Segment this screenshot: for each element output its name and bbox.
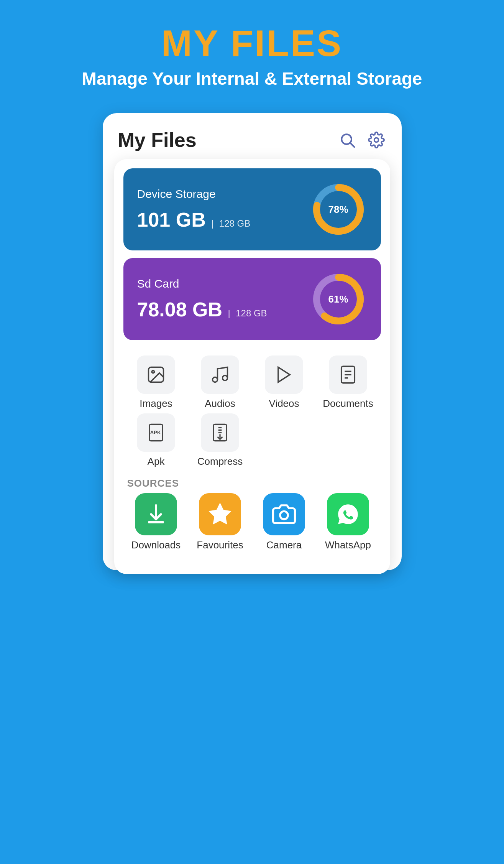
sdcard-storage-card[interactable]: Sd Card 78.08 GB | 128 GB 61% [123,258,381,340]
camera-icon [272,502,296,526]
svg-point-23 [280,512,288,520]
audios-icon-box [201,355,239,394]
images-label: Images [140,398,172,410]
device-storage-percent: 78% [328,204,348,216]
camera-label: Camera [266,539,302,551]
apk-icon: APK [146,423,166,443]
page-header: MY FILES Manage Your Internal & External… [74,0,430,102]
whatsapp-label: WhatsApp [325,539,371,551]
sdcard-storage-info: Sd Card 78.08 GB | 128 GB [137,277,267,321]
category-apk[interactable]: APK Apk [127,413,185,467]
whatsapp-icon-box [327,493,369,535]
sdcard-storage-separator: | [228,308,230,318]
favourites-label: Favourites [197,539,243,551]
search-button[interactable] [337,130,357,150]
category-compress[interactable]: Compress [191,413,249,467]
svg-point-10 [223,376,228,381]
categories-grid-2: APK Apk Compress [123,413,381,471]
documents-label: Documents [323,398,373,410]
main-title: MY FILES [82,23,422,64]
sdcard-storage-used: 78.08 GB [137,298,223,321]
sources-grid: Downloads Favourites Ca [123,493,381,563]
images-icon-box [137,355,175,394]
app-card-header: My Files [114,125,390,159]
sdcard-storage-percent: 61% [328,293,348,305]
device-storage-size: 101 GB | 128 GB [137,208,251,231]
sources-section-label: SOURCES [123,471,381,493]
videos-label: Videos [269,398,299,410]
device-storage-used: 101 GB [137,209,206,231]
compress-icon-box [201,413,239,452]
category-audios[interactable]: Audios [191,355,249,410]
favourites-icon [208,502,232,526]
category-images[interactable]: Images [127,355,185,410]
apk-icon-box: APK [137,413,175,452]
category-documents[interactable]: Documents [319,355,377,410]
source-whatsapp[interactable]: WhatsApp [319,493,377,551]
app-title: My Files [118,128,197,151]
images-icon [146,365,166,385]
svg-point-9 [213,377,218,382]
sdcard-storage-label: Sd Card [137,277,267,290]
main-subtitle: Manage Your Internal & External Storage [82,67,422,91]
favourites-icon-box [199,493,241,535]
source-downloads[interactable]: Downloads [127,493,185,551]
device-storage-info: Device Storage 101 GB | 128 GB [137,188,251,231]
category-videos[interactable]: Videos [255,355,313,410]
device-storage-card[interactable]: Device Storage 101 GB | 128 GB 78% [123,168,381,250]
device-storage-donut: 78% [310,181,367,238]
documents-icon [338,365,358,385]
device-storage-total: 128 GB [219,218,250,229]
audios-icon [210,365,230,385]
header-icons [337,130,386,150]
audios-label: Audios [205,398,235,410]
apk-label: Apk [148,456,165,467]
videos-icon-box [265,355,303,394]
svg-line-1 [350,143,354,147]
camera-icon-box [263,493,305,535]
documents-icon-box [329,355,367,394]
downloads-icon [144,502,168,526]
source-favourites[interactable]: Favourites [191,493,249,551]
svg-point-2 [374,138,378,142]
source-camera[interactable]: Camera [255,493,313,551]
device-storage-separator: | [211,218,213,229]
videos-icon [274,365,294,385]
svg-text:APK: APK [150,430,161,436]
settings-button[interactable] [366,130,386,150]
device-storage-label: Device Storage [137,188,251,201]
svg-marker-11 [278,367,290,382]
compress-label: Compress [197,456,243,467]
sdcard-storage-donut: 61% [310,270,367,328]
app-card-inner: Device Storage 101 GB | 128 GB 78% [114,159,390,574]
sdcard-storage-size: 78.08 GB | 128 GB [137,298,267,321]
sdcard-storage-total: 128 GB [236,308,267,318]
categories-grid: Images Audios [123,348,381,413]
compress-icon [210,423,230,443]
app-card-outer: My Files Device Storage 101 [103,113,402,570]
whatsapp-icon [336,502,360,526]
svg-point-8 [152,371,154,374]
downloads-label: Downloads [131,539,181,551]
downloads-icon-box [135,493,177,535]
svg-marker-22 [210,505,230,523]
